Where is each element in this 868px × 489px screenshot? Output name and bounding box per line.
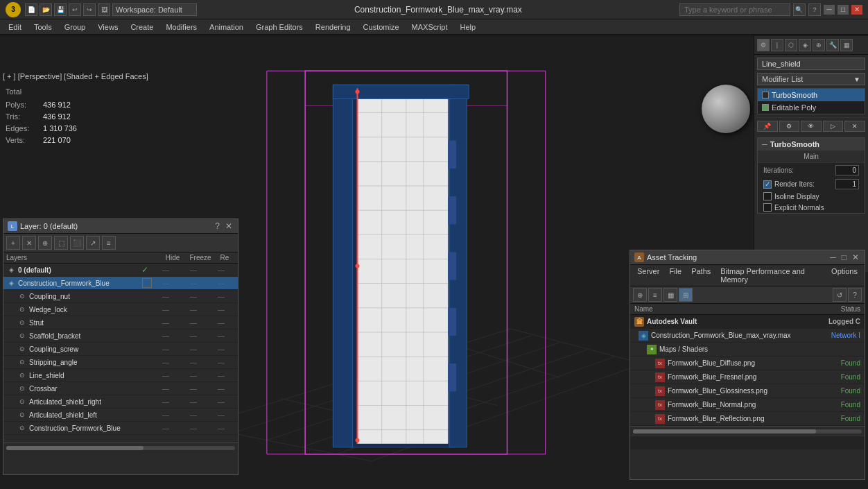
layer-tool-select[interactable]: ⬚ (54, 236, 68, 250)
asset-tool-2[interactable]: ≡ (648, 288, 662, 302)
undo-btn[interactable]: ↩ (69, 3, 81, 16)
layer-hide-ar[interactable]: — (152, 398, 180, 406)
ts-render-checkbox[interactable]: ✓ (763, 180, 772, 189)
object-name[interactable]: Line_shield (757, 58, 865, 70)
panel-icon-3[interactable]: ⬡ (785, 39, 797, 51)
new-btn[interactable]: 📄 (25, 3, 37, 16)
asset-menu-bitmap[interactable]: Bitmap Performance and Memory (716, 266, 826, 284)
panel-icon-7[interactable]: ▦ (840, 39, 853, 51)
editable-poly-checkbox[interactable] (762, 104, 769, 111)
menu-views[interactable]: Views (92, 22, 123, 33)
asset-tool-6[interactable]: ? (848, 288, 862, 302)
mod-sel-btn[interactable]: ▷ (823, 121, 844, 132)
layer-item-cfb-sub[interactable]: ⊙ Construction_Formwork_Blue — — — (3, 422, 238, 435)
layer-scrollbar[interactable] (3, 443, 238, 452)
asset-item-fresnel[interactable]: tx Formwork_Blue_Fresnel.png Found (630, 370, 865, 384)
save-btn[interactable]: 💾 (54, 3, 67, 16)
asset-item-diffuse[interactable]: tx Formwork_Blue_Diffuse.png Found (630, 357, 865, 370)
layer-item-crossbar[interactable]: ⊙ Crossbar — — — (3, 382, 238, 395)
menu-rendering[interactable]: Rendering (310, 22, 356, 33)
layer-item-wedge[interactable]: ⊙ Wedge_lock — — — (3, 303, 238, 316)
ts-iterations-input[interactable] (835, 165, 859, 175)
panel-icon-5[interactable]: ⊕ (813, 39, 825, 51)
layer-render-cb[interactable]: — (207, 385, 235, 393)
layer-render-sa[interactable]: — (207, 359, 235, 366)
asset-maximize-btn[interactable]: □ (840, 252, 848, 262)
asset-menu-options[interactable]: Options (827, 266, 862, 284)
layer-hide-sa[interactable]: — (152, 359, 180, 366)
panel-icon-4[interactable]: ◈ (799, 39, 811, 51)
asset-menu-paths[interactable]: Paths (687, 266, 715, 284)
layer-render-sb[interactable]: — (207, 332, 235, 340)
layer-item-strut[interactable]: ⊙ Strut — — — (3, 316, 238, 329)
menu-customize[interactable]: Customize (358, 22, 405, 33)
layer-freeze-cfb[interactable]: — (180, 280, 207, 287)
menu-maxscript[interactable]: MAXScript (406, 22, 453, 33)
menu-graph-editors[interactable]: Graph Editors (250, 22, 309, 33)
layer-item-coupling-screw[interactable]: ⊙ Coupling_screw — — — (3, 343, 238, 356)
layer-hide-cb[interactable]: — (152, 385, 180, 393)
layer-render-ar[interactable]: — (207, 398, 235, 406)
layer-render-cfbs[interactable]: — (207, 424, 235, 432)
panel-icon-6[interactable]: 🔧 (826, 39, 839, 51)
menu-animation[interactable]: Animation (204, 22, 249, 33)
modifier-turbosmooth[interactable]: TurboSmooth (758, 89, 865, 101)
layer-freeze-default[interactable]: — (180, 266, 207, 274)
menu-modifiers[interactable]: Modifiers (160, 22, 202, 33)
layer-tool-highlight[interactable]: ⬛ (70, 236, 84, 250)
layer-tool-arrow[interactable]: ↗ (86, 236, 100, 250)
pin-button[interactable]: 📌 (757, 121, 778, 132)
asset-scrollbar[interactable] (630, 426, 865, 436)
asset-item-glossiness[interactable]: tx Formwork_Blue_Glossiness.png Found (630, 384, 865, 398)
layer-freeze-cfbs[interactable]: — (180, 424, 207, 432)
asset-item-normal[interactable]: tx Formwork_Blue_Normal.png Found (630, 398, 865, 412)
layer-tool-add[interactable]: ⊕ (38, 236, 52, 250)
layer-tool-filter[interactable]: ≡ (102, 236, 116, 250)
ts-render-input[interactable] (835, 179, 859, 189)
turbosmooth-checkbox[interactable] (762, 92, 769, 98)
asset-item-maxfile[interactable]: ◈ Construction_Formwork_Blue_max_vray.ma… (630, 329, 865, 343)
asset-tool-1[interactable]: ⊕ (633, 288, 647, 302)
menu-tools[interactable]: Tools (28, 22, 58, 33)
maximize-button[interactable]: □ (837, 5, 849, 15)
render-setup-btn[interactable]: 🖼 (98, 3, 110, 16)
close-button[interactable]: ✕ (851, 5, 862, 15)
menu-edit[interactable]: Edit (3, 22, 27, 33)
layer-render-default[interactable]: — (207, 266, 235, 274)
panel-icon-1[interactable]: ⚙ (757, 39, 770, 51)
layer-hide-st[interactable]: — (152, 319, 180, 327)
layer-freeze-al[interactable]: — (180, 411, 207, 419)
search-icon-btn[interactable]: 🔍 (793, 3, 806, 16)
layer-hide-ls[interactable]: — (152, 372, 180, 379)
layer-help-btn[interactable]: ? (214, 221, 221, 231)
layer-item-scaffold[interactable]: ⊙ Scaffold_bracket — — — (3, 329, 238, 343)
layer-freeze-ls[interactable]: — (180, 372, 207, 379)
layer-render-cs[interactable]: — (207, 345, 235, 353)
minimize-button[interactable]: ─ (824, 5, 835, 15)
layer-freeze-cb[interactable]: — (180, 385, 207, 393)
layer-hide-wl[interactable]: — (152, 306, 180, 314)
modifier-editable-poly[interactable]: Editable Poly (758, 101, 865, 114)
layer-freeze-cs[interactable]: — (180, 345, 207, 353)
layer-tool-new[interactable]: + (6, 236, 20, 250)
layer-item-cfb[interactable]: ◈ Construction_Formwork_Blue — — — (3, 277, 238, 290)
asset-tool-3[interactable]: ▦ (663, 288, 677, 302)
layer-item-art-left[interactable]: ⊙ Articulated_shield_left — — — (3, 409, 238, 422)
layer-render-ls[interactable]: — (207, 372, 235, 379)
asset-item-reflection[interactable]: tx Formwork_Blue_Reflection.png Found (630, 412, 865, 426)
asset-tool-4[interactable]: ⊞ (679, 288, 693, 302)
layer-render-al[interactable]: — (207, 411, 235, 419)
workspace-dropdown[interactable]: Workspace: Default (112, 3, 197, 16)
menu-help[interactable]: Help (455, 22, 482, 33)
ts-isoline-checkbox[interactable] (763, 192, 772, 200)
layer-freeze-sa[interactable]: — (180, 359, 207, 366)
layer-freeze-ar[interactable]: — (180, 398, 207, 406)
help-icon-btn[interactable]: ? (808, 3, 821, 16)
layer-hide-sb[interactable]: — (152, 332, 180, 340)
panel-icon-2[interactable]: | (771, 39, 783, 51)
layer-close-btn[interactable]: ✕ (224, 221, 234, 231)
open-btn[interactable]: 📂 (40, 3, 52, 16)
layer-item-art-right[interactable]: ⊙ Articulated_shield_right — — — (3, 395, 238, 409)
layer-freeze-sb[interactable]: — (180, 332, 207, 340)
menu-create[interactable]: Create (125, 22, 159, 33)
